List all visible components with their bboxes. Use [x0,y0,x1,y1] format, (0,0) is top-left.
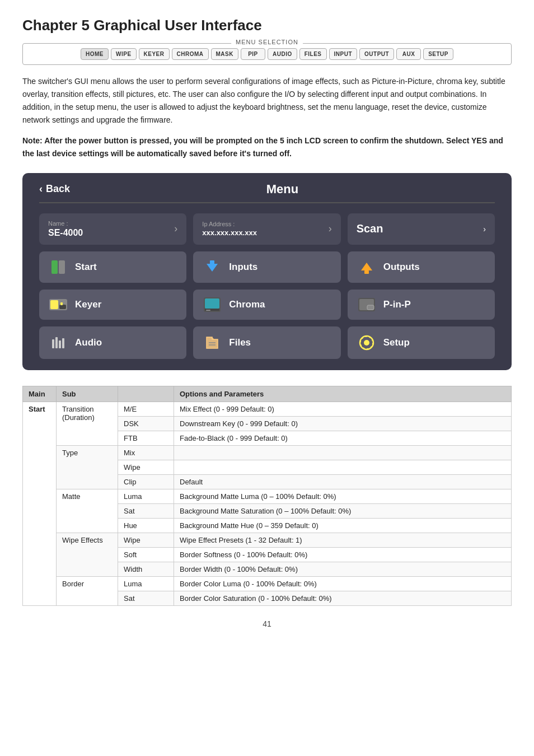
table-cell-option: Sat [118,591,174,605]
keyer-cell[interactable]: Keyer [39,290,186,320]
menu-btn-mask[interactable]: MASK [211,48,238,60]
svg-rect-16 [367,305,374,310]
audio-cell[interactable]: Audio [39,326,186,359]
table-cell-params: Default [174,474,512,489]
table-cell-option: Luma [118,576,174,591]
table-cell-params: Border Color Luma (0 - 100% Default: 0%) [174,576,512,591]
table-cell-params [174,445,512,460]
table-cell-option: M/E [118,402,174,416]
keyer-label: Keyer [75,299,101,310]
gui-panel: ‹ Back Menu Name : SE-4000 › Ip Address … [22,173,512,370]
gui-menu-title: Menu [70,182,495,197]
svg-rect-7 [50,300,58,309]
svg-rect-1 [59,260,65,274]
table-cell-option: Soft [118,547,174,562]
scan-cell[interactable]: Scan › [348,213,495,245]
back-label: Back [46,183,70,195]
table-cell-params: Background Matte Saturation (0 – 100% De… [174,503,512,518]
chroma-cell[interactable]: Chroma [193,290,340,320]
menu-bar-container: MENU SELECTION HOMEWIPEKEYERCHROMAMASKPI… [22,43,512,65]
intro-paragraph: The switcher's GUI menu allows the user … [22,75,512,127]
files-label: Files [229,337,251,348]
table-cell-params: Border Width (0 - 100% Default: 0%) [174,562,512,576]
menu-btn-aux[interactable]: AUX [396,48,421,60]
table-row: Wipe EffectsWipeWipe Effect Presets (1 -… [23,533,512,547]
outputs-icon [357,259,377,275]
menu-btn-setup[interactable]: SETUP [423,48,453,60]
name-cell[interactable]: Name : SE-4000 › [39,213,186,245]
table-cell-option: Clip [118,474,174,489]
chroma-icon [202,297,222,312]
setup-cell[interactable]: Setup [348,326,495,359]
table-cell-sub: Transition(Duration) [57,402,118,445]
inputs-icon [202,259,222,275]
svg-rect-9 [60,302,63,305]
menu-btn-pip[interactable]: PIP [241,48,265,60]
table-row: BorderLumaBorder Color Luma (0 - 100% De… [23,576,512,591]
svg-point-24 [364,340,369,346]
table-row: StartTransition(Duration)M/EMix Effect (… [23,402,512,416]
table-header-params: Options and Parameters [174,386,512,402]
start-cell[interactable]: Start [39,251,186,283]
menu-btn-audio[interactable]: AUDIO [268,48,297,60]
files-icon [202,335,222,351]
menu-btn-home[interactable]: HOME [81,48,109,60]
start-icon [48,259,68,275]
back-chevron-icon: ‹ [39,183,43,195]
menu-bar-label: MENU SELECTION [231,39,303,45]
inputs-cell[interactable]: Inputs [193,251,340,283]
svg-rect-5 [364,270,369,274]
inputs-label: Inputs [229,262,257,273]
files-cell[interactable]: Files [193,326,340,359]
pinp-icon [357,298,377,311]
svg-rect-13 [206,310,210,311]
ip-value: xxx.xxx.xxx.xxx [202,228,257,237]
svg-rect-20 [62,338,64,348]
audio-icon [48,335,68,351]
chroma-label: Chroma [229,299,265,310]
menu-btn-chroma[interactable]: CHROMA [172,48,209,60]
pinp-cell[interactable]: P-in-P [348,290,495,320]
name-chevron-icon: › [174,223,177,235]
menu-bar: HOMEWIPEKEYERCHROMAMASKPIPAUDIOFILESINPU… [27,46,507,62]
table-header-opt [118,386,174,402]
table-cell-sub: Border [57,576,118,605]
main-table-wrapper: Main Sub Options and Parameters StartTra… [22,386,512,606]
setup-icon [357,334,377,351]
menu-btn-wipe[interactable]: WIPE [111,48,137,60]
table-cell-main: Start [23,402,57,605]
svg-rect-11 [205,298,219,309]
table-cell-option: Luma [118,489,174,503]
table-cell-option: Width [118,562,174,576]
table-cell-option: Sat [118,503,174,518]
audio-label: Audio [75,337,102,348]
menu-btn-keyer[interactable]: KEYER [139,48,170,60]
outputs-cell[interactable]: Outputs [348,251,495,283]
bold-note: Note: After the power button is pressed,… [22,134,512,160]
table-cell-params: Downstream Key (0 - 999 Default: 0) [174,416,512,431]
outputs-label: Outputs [383,262,420,273]
table-cell-params: Border Color Saturation (0 - 100% Defaul… [174,591,512,605]
svg-rect-17 [52,339,54,348]
svg-rect-18 [55,337,58,348]
svg-marker-4 [361,263,372,270]
scan-chevron-icon: › [483,225,486,234]
table-header-sub: Sub [57,386,118,402]
keyer-icon [48,298,68,311]
setup-label: Setup [383,337,410,348]
table-cell-option: DSK [118,416,174,431]
pinp-label: P-in-P [383,299,411,310]
table-cell-params [174,460,512,474]
start-label: Start [75,262,97,273]
table-cell-params: Background Matte Hue (0 – 359 Default: 0… [174,518,512,533]
menu-btn-files[interactable]: FILES [299,48,327,60]
chapter-title: Chapter 5 Graphical User Interface [22,17,512,34]
menu-btn-input[interactable]: INPUT [329,48,358,60]
back-button[interactable]: ‹ Back [39,183,70,195]
ip-cell[interactable]: Ip Address : xxx.xxx.xxx.xxx › [193,213,340,245]
ip-chevron-icon: › [329,223,332,235]
table-row: MatteLumaBackground Matte Luma (0 – 100%… [23,489,512,503]
table-cell-option: Wipe [118,460,174,474]
scan-label: Scan [357,222,383,235]
menu-btn-output[interactable]: OUTPUT [359,48,394,60]
